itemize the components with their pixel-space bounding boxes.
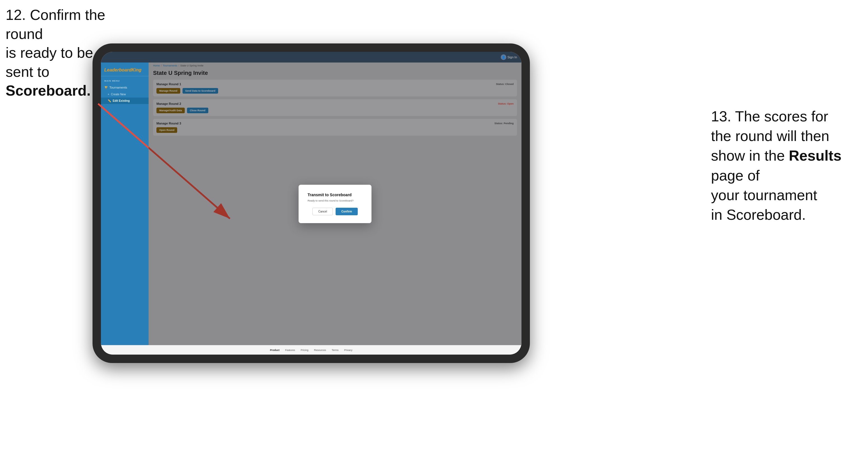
annotation-line2: is ready to be sent to bbox=[6, 44, 93, 80]
sidebar: LeaderboardKing MAIN MENU 🏆 Tournaments … bbox=[101, 63, 149, 345]
top-bar: 👤 Sign In bbox=[101, 52, 522, 63]
cancel-button[interactable]: Cancel bbox=[312, 208, 333, 215]
annotation-right-line4: page of bbox=[711, 167, 760, 184]
annotation-bold: Scoreboard. bbox=[6, 83, 91, 99]
modal-buttons: Cancel Confirm bbox=[308, 208, 363, 215]
footer-resources[interactable]: Resources bbox=[314, 349, 326, 351]
annotation-results-bold: Results bbox=[789, 148, 842, 164]
annotation-right-line2: the round will then bbox=[711, 128, 829, 144]
footer-product[interactable]: Product bbox=[270, 349, 280, 351]
sign-in-area[interactable]: 👤 Sign In bbox=[501, 54, 517, 60]
footer: Product Features Pricing Resources Terms… bbox=[101, 345, 522, 354]
annotation-line1: 12. Confirm the round bbox=[6, 7, 105, 42]
content-area: Home / Tournaments / State U Spring Invi… bbox=[149, 63, 522, 345]
footer-features[interactable]: Features bbox=[285, 349, 295, 351]
user-avatar: 👤 bbox=[501, 54, 506, 60]
app-layout: 👤 Sign In LeaderboardKing MAIN MENU 🏆 bbox=[101, 52, 522, 354]
footer-privacy[interactable]: Privacy bbox=[344, 349, 353, 351]
tablet-screen: 👤 Sign In LeaderboardKing MAIN MENU 🏆 bbox=[101, 52, 522, 354]
annotation-right-line5: your tournament bbox=[711, 187, 817, 203]
footer-terms[interactable]: Terms bbox=[332, 349, 339, 351]
annotation-top-left: 12. Confirm the round is ready to be sen… bbox=[6, 6, 123, 100]
modal-overlay[interactable]: Transmit to Scoreboard Ready to send thi… bbox=[149, 63, 522, 345]
transmit-modal: Transmit to Scoreboard Ready to send thi… bbox=[299, 185, 371, 223]
sign-in-label: Sign In bbox=[507, 56, 517, 59]
annotation-right-line1: 13. The scores for bbox=[711, 108, 828, 124]
annotation-right-line6: in Scoreboard. bbox=[711, 207, 806, 223]
annotation-right-line3: show in the bbox=[711, 148, 785, 164]
confirm-button[interactable]: Confirm bbox=[336, 208, 358, 215]
tablet-frame: 👤 Sign In LeaderboardKing MAIN MENU 🏆 bbox=[93, 43, 530, 363]
footer-pricing[interactable]: Pricing bbox=[301, 349, 308, 351]
annotation-right: 13. The scores for the round will then s… bbox=[711, 106, 851, 224]
main-area: LeaderboardKing MAIN MENU 🏆 Tournaments … bbox=[101, 63, 522, 345]
modal-title: Transmit to Scoreboard bbox=[308, 193, 363, 197]
modal-subtitle: Ready to send this round to Scoreboard? bbox=[308, 199, 363, 202]
